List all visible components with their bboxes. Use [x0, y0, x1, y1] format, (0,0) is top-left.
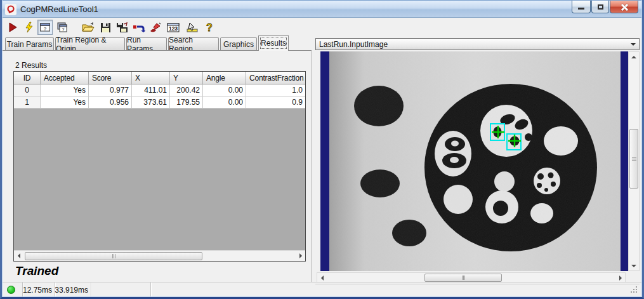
tab-results[interactable]: Results: [258, 35, 289, 51]
status-result-cell: [2, 282, 23, 297]
column-header-accepted[interactable]: Accepted: [41, 72, 89, 84]
titlebar[interactable]: CogPMRedLineTool1: [0, 0, 644, 18]
cell-x[interactable]: 373.61: [132, 96, 170, 109]
cell-contrastfraction[interactable]: 0.9: [246, 96, 305, 109]
arrow-left-icon: [18, 253, 20, 258]
maximize-button[interactable]: [591, 1, 609, 13]
svg-text:?: ?: [62, 27, 65, 32]
app-icon: [5, 4, 16, 15]
open-file-button[interactable]: [81, 20, 96, 35]
measure-ruler-icon: [186, 22, 199, 33]
svg-text:?: ?: [206, 22, 213, 33]
column-header-score[interactable]: Score: [89, 72, 132, 84]
scrollbar-thumb[interactable]: [629, 129, 638, 189]
results-grid: ID Accepted Score X Y Angle ContrastFrac…: [13, 71, 306, 262]
measure-tool-button[interactable]: [185, 20, 200, 35]
window-title: CogPMRedLineTool1: [20, 4, 98, 14]
status-empty-cell: [91, 282, 151, 297]
scrollbar-thumb[interactable]: [25, 252, 202, 260]
tab-graphics[interactable]: Graphics: [220, 37, 257, 51]
window-controls: [571, 1, 638, 13]
cell-y[interactable]: 200.42: [170, 84, 203, 96]
status-process-time: 12.75ms: [23, 282, 55, 297]
run-button[interactable]: [5, 20, 20, 35]
cell-id[interactable]: 1: [14, 96, 41, 109]
minimize-button[interactable]: [572, 1, 591, 13]
image-selector-combobox[interactable]: LastRun.InputImage: [315, 38, 640, 50]
electric-run-button[interactable]: [22, 20, 37, 35]
display-status-strip: [315, 284, 640, 296]
arrow-up-icon: [631, 56, 636, 58]
tab-train-region-origin[interactable]: Train Region & Origin: [55, 37, 125, 51]
input-image: [329, 51, 621, 271]
arrow-right-icon: [299, 253, 302, 258]
close-button[interactable]: [610, 1, 638, 13]
scroll-down-button[interactable]: [629, 260, 639, 270]
cogpm-tool-window: CogPMRedLineTool1 ? ?: [0, 0, 644, 299]
reset-arrow-icon: [133, 22, 145, 33]
grid-empty-area: [14, 109, 305, 262]
svg-text:?: ?: [44, 26, 47, 32]
scroll-right-button[interactable]: [294, 251, 305, 261]
display-window-icon: ?: [39, 22, 51, 32]
scroll-right-button[interactable]: [614, 273, 625, 282]
cell-score[interactable]: 0.977: [89, 84, 132, 96]
cell-id[interactable]: 0: [14, 84, 41, 96]
maximize-icon: [598, 4, 603, 10]
cell-accepted[interactable]: Yes: [41, 84, 89, 96]
help-button[interactable]: ?: [202, 20, 217, 35]
edit-brush-button[interactable]: [148, 20, 163, 35]
show-values-button[interactable]: 123: [166, 20, 181, 35]
save-as-button[interactable]: [115, 20, 130, 35]
cell-angle[interactable]: 0.00: [203, 84, 246, 96]
grid-horizontal-scrollbar[interactable]: [14, 250, 305, 261]
image-selector-value: LastRun.InputImage: [319, 40, 388, 49]
cell-angle[interactable]: 0.00: [203, 96, 246, 109]
tab-search-region[interactable]: Search Region: [168, 37, 219, 51]
status-total-time: 33.919ms: [55, 282, 91, 297]
cell-score[interactable]: 0.956: [89, 96, 132, 109]
column-header-contrastfraction[interactable]: ContrastFraction: [246, 72, 305, 84]
results-count-label: 2 Results: [15, 61, 47, 70]
cell-contrastfraction[interactable]: 1.0: [246, 84, 305, 96]
tab-run-params[interactable]: Run Params: [126, 37, 167, 51]
resize-grip[interactable]: [631, 286, 638, 294]
scroll-up-button[interactable]: [629, 53, 639, 62]
image-right-border: [621, 51, 628, 271]
scrollbar-thumb[interactable]: [424, 274, 502, 282]
tab-label: Results: [261, 39, 286, 48]
cell-accepted[interactable]: Yes: [41, 96, 89, 109]
close-icon: [621, 3, 628, 11]
grid-header-row: ID Accepted Score X Y Angle ContrastFrac…: [14, 72, 305, 84]
float-display-button[interactable]: ?: [54, 20, 69, 35]
scroll-left-button[interactable]: [317, 273, 328, 282]
table-row[interactable]: 0 Yes 0.977 411.01 200.42 0.00 1.0: [14, 84, 305, 96]
save-button[interactable]: [98, 20, 113, 35]
save-icon: [100, 22, 111, 33]
image-display[interactable]: [320, 51, 640, 271]
minimize-icon: [578, 8, 584, 10]
tab-train-params[interactable]: Train Params: [5, 37, 54, 51]
status-green-dot-icon: [7, 286, 15, 294]
arrow-right-icon: [619, 276, 622, 281]
scroll-left-button[interactable]: [14, 251, 25, 261]
chevron-down-icon: [631, 43, 636, 48]
values-123-icon: 123: [167, 22, 180, 33]
column-header-angle[interactable]: Angle: [203, 72, 246, 84]
cell-x[interactable]: 411.01: [132, 84, 170, 96]
column-header-x[interactable]: X: [132, 72, 170, 84]
reset-button[interactable]: [131, 20, 147, 35]
brush-icon: [149, 22, 162, 33]
tab-label: Graphics: [223, 40, 254, 49]
help-icon: ?: [204, 22, 214, 33]
cell-y[interactable]: 179.55: [170, 96, 203, 109]
float-window-icon: ?: [56, 22, 67, 32]
table-row[interactable]: 1 Yes 0.956 373.61 179.55 0.00 0.9: [14, 96, 305, 109]
column-header-id[interactable]: ID: [14, 72, 41, 84]
input-image-canvas[interactable]: [329, 51, 621, 271]
run-icon: [7, 22, 18, 33]
display-vertical-scrollbar[interactable]: [628, 51, 640, 271]
show-display-button[interactable]: ?: [37, 20, 53, 35]
trained-state-label: Trained: [15, 264, 58, 278]
column-header-y[interactable]: Y: [170, 72, 203, 84]
